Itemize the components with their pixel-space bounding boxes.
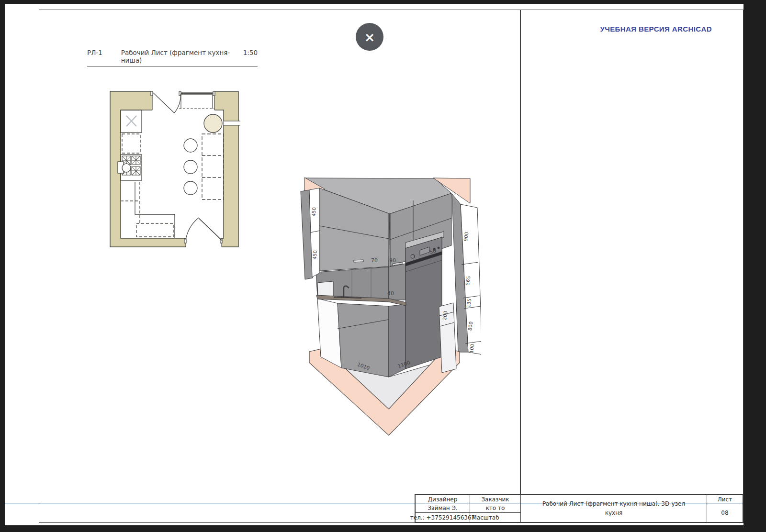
dim-label: 450 bbox=[312, 250, 318, 260]
stool bbox=[184, 181, 197, 195]
dim-label: 450 bbox=[311, 207, 317, 217]
title-block: Дизайнер Заказчик Рабочий Лист (фрагмент… bbox=[415, 494, 743, 523]
designer-label: Дизайнер bbox=[416, 495, 470, 504]
plan-right-wall-slot bbox=[224, 121, 240, 125]
scale-row: Масштаб bbox=[470, 513, 521, 522]
dim-label: 70 bbox=[371, 257, 378, 264]
dim-label: 40 bbox=[387, 290, 394, 297]
sheet-title-cell: Рабочий Лист (фрагмент кухня-ниша), 3D-у… bbox=[521, 495, 707, 522]
round-table bbox=[204, 114, 222, 133]
drawing-scale: 1:50 bbox=[243, 49, 258, 56]
sheet-divider-line bbox=[520, 10, 521, 494]
close-button[interactable]: × bbox=[356, 23, 383, 51]
floor-plan-drawing bbox=[107, 88, 241, 249]
designer-phone: тел.: +375291456367 bbox=[416, 513, 470, 522]
archicad-viewport: УЧЕБНАЯ ВЕРСИЯ ARCHICAD × РЛ-1 Рабочий Л… bbox=[0, 0, 766, 532]
drawing-id: РЛ-1 bbox=[87, 49, 102, 56]
drawing-title: Рабочий Лист (фрагмент кухня-ниша) bbox=[121, 49, 243, 64]
sheet-label: Лист bbox=[707, 495, 743, 504]
close-icon: × bbox=[364, 31, 375, 44]
layout-sheet: УЧЕБНАЯ ВЕРСИЯ ARCHICAD × РЛ-1 Рабочий Л… bbox=[5, 4, 743, 525]
kitchen-3d-view: 450 450 900 565 135 800 100 70 bbox=[294, 170, 481, 438]
drawing-title-bar: РЛ-1 Рабочий Лист (фрагмент кухня-ниша) … bbox=[87, 49, 258, 66]
v3d-oven-column bbox=[406, 232, 444, 369]
oven-knob bbox=[438, 247, 439, 249]
educational-version-watermark: УЧЕБНАЯ ВЕРСИЯ ARCHICAD bbox=[600, 25, 712, 33]
pot-circle bbox=[122, 164, 131, 172]
client-label: Заказчик bbox=[470, 495, 521, 504]
scale-label: Масштаб bbox=[470, 513, 501, 522]
stool bbox=[184, 139, 197, 152]
backwall-light bbox=[317, 281, 333, 297]
floor-plan-svg bbox=[107, 88, 241, 249]
stool bbox=[184, 160, 197, 174]
sheet-number: 08 bbox=[707, 504, 743, 522]
plan-top-openings bbox=[151, 90, 215, 113]
kitchen-3d-svg: 450 450 900 565 135 800 100 70 bbox=[294, 170, 481, 438]
client-name: кто то bbox=[470, 504, 521, 513]
dim-label: 90 bbox=[389, 257, 396, 264]
sheet-title: Рабочий Лист (фрагмент кухня-ниша), 3D-у… bbox=[541, 499, 687, 517]
cabinet-handle bbox=[354, 260, 363, 262]
designer-name: Зэйман Э. bbox=[416, 504, 470, 513]
